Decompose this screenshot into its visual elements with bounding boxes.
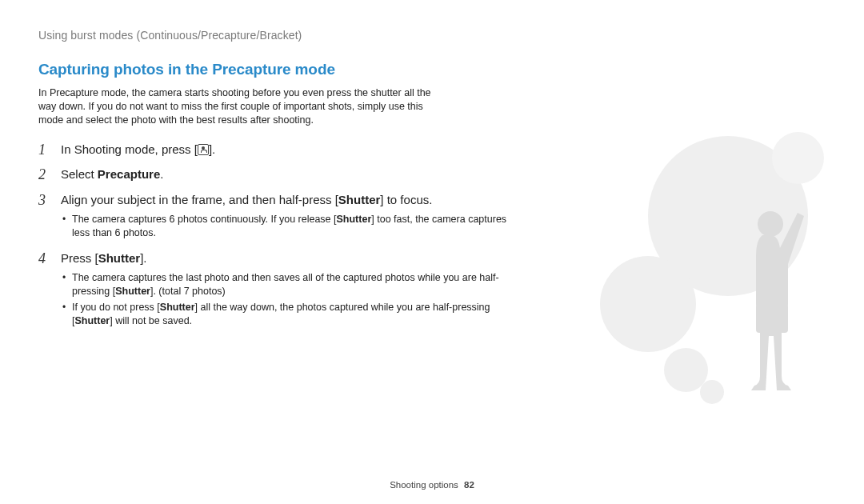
step-number: 4 [38,250,61,268]
bullet-text-a: The camera captures 6 photos continuousl… [72,214,337,225]
bullet-text-c: ] will not be saved. [110,315,192,326]
bullet-text-a: If you do not press [ [72,302,160,313]
footer-page-number: 82 [464,480,474,490]
step-3: 3 Align your subject in the frame, and t… [38,192,566,242]
page-footer: Shooting options 82 [0,480,864,490]
step-text-bold: Shutter [338,193,381,206]
step-text-bold: Precapture [98,167,160,181]
step-text: In Shooting mode, press []. [61,142,215,156]
section-heading: Capturing photos in the Precapture mode [38,61,826,78]
bullet-text-bold: Shutter [160,302,195,313]
bullet-item: The camera captures the last photo and t… [61,271,525,298]
svg-rect-1 [756,304,788,333]
step-text: Select Precapture. [61,167,163,181]
step-text: Press [Shutter]. [61,251,147,265]
bubble-shape [600,256,696,352]
step-text-prefix: Select [61,167,98,181]
drive-mode-icon [198,144,209,155]
footer-section: Shooting options [390,480,458,490]
step-text-bold: Shutter [98,251,141,265]
sub-bullets: The camera captures the last photo and t… [61,271,566,328]
step-1: 1 In Shooting mode, press []. [38,142,566,159]
bubble-shape [664,348,708,392]
step-text-part2: ] to focus. [380,193,432,206]
document-page: Using burst modes (Continuous/Precapture… [0,0,864,504]
steps-list: 1 In Shooting mode, press []. 2 Select P… [38,142,566,330]
step-2: 2 Select Precapture. [38,166,566,184]
bubble-shape [772,132,824,184]
step-4: 4 Press [Shutter]. The camera captures t… [38,250,566,330]
bullet-text-bold: Shutter [337,214,372,225]
decorative-graphic [568,128,840,432]
bullet-text-bold: Shutter [115,286,150,297]
breadcrumb: Using burst modes (Continuous/Precapture… [38,29,826,42]
bullet-text-b: ]. (total 7 photos) [150,286,226,297]
bullet-item: If you do not press [Shutter] all the wa… [61,301,525,328]
svg-point-0 [758,211,783,237]
step-number: 3 [38,192,61,210]
step-text-part1: Align your subject in the frame, and the… [61,193,338,206]
bullet-item: The camera captures 6 photos continuousl… [61,213,525,240]
bubble-shape [700,380,724,404]
intro-paragraph: In Precapture mode, the camera starts sh… [38,86,446,127]
step-text-suffix: . [160,167,163,181]
child-silhouette-icon [716,200,812,424]
sub-bullets: The camera captures 6 photos continuousl… [61,213,566,240]
bubble-shape [648,136,808,296]
step-text-suffix: ]. [140,251,146,265]
step-number: 1 [38,142,61,159]
step-text: Align your subject in the frame, and the… [61,193,432,206]
step-number: 2 [38,166,61,184]
step-text-prefix: In Shooting mode, press [ [61,142,198,156]
step-text-prefix: Press [ [61,251,98,265]
bullet-text-bold: Shutter [74,315,110,326]
step-text-suffix: ]. [209,142,215,156]
